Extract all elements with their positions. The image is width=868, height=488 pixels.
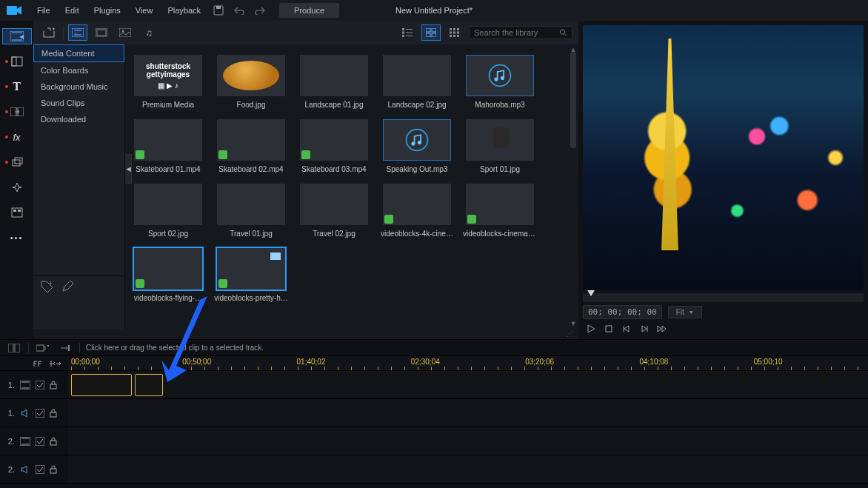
redo-icon[interactable]: [251, 1, 269, 19]
next-frame-button[interactable]: [636, 321, 652, 336]
pencil-icon[interactable]: [61, 281, 73, 293]
media-thumbnail: [300, 55, 368, 96]
audio-lane-2[interactable]: [68, 455, 868, 484]
view-grid-large-icon[interactable]: [421, 24, 441, 41]
track-headers: 1. 1. 2. 2.: [0, 356, 68, 488]
audio-lane-1[interactable]: [68, 399, 868, 427]
tool-more[interactable]: •••: [6, 230, 28, 246]
save-icon[interactable]: [210, 1, 227, 19]
sidebar-item-color-boards[interactable]: Color Boards: [33, 62, 124, 78]
track-enabled-checkbox[interactable]: [36, 381, 44, 390]
track-lock-icon[interactable]: [50, 465, 57, 474]
tool-transition[interactable]: [6, 104, 28, 120]
tag-icon[interactable]: +: [41, 281, 54, 293]
track-lock-icon[interactable]: [50, 381, 57, 390]
stop-button[interactable]: [601, 321, 617, 336]
media-item[interactable]: Travel 02.jpg: [296, 184, 373, 238]
zoom-fit-dropdown[interactable]: Fit▼: [668, 306, 702, 318]
menu-plugins[interactable]: Plugins: [87, 0, 128, 21]
media-label: videoblocks-4k-cine…: [381, 230, 453, 238]
collapse-sidebar-button[interactable]: ◀: [125, 154, 132, 184]
track-lock-icon[interactable]: [50, 409, 57, 418]
track-enabled-checkbox[interactable]: [36, 437, 44, 446]
media-item[interactable]: Sport 02.jpg: [130, 184, 207, 238]
timeline-tool1-icon[interactable]: [35, 341, 51, 355]
sidebar-item-background-music[interactable]: Background Music: [33, 78, 124, 95]
media-item[interactable]: Skateboard 03.mp4: [296, 119, 373, 173]
playhead-icon[interactable]: [587, 290, 595, 301]
scrollbar-thumb[interactable]: [570, 52, 576, 148]
track-header-2v[interactable]: 2.: [0, 427, 68, 455]
media-item[interactable]: Food.jpg: [213, 55, 290, 109]
tool-overlay[interactable]: [6, 154, 28, 170]
menu-view[interactable]: View: [128, 0, 161, 21]
library-scrollbar[interactable]: ▲ ▼: [568, 44, 578, 329]
produce-button[interactable]: Produce: [279, 3, 339, 18]
view-grid-small-icon[interactable]: [445, 24, 464, 41]
zoom-timeline-icon[interactable]: [49, 359, 62, 368]
library-search[interactable]: [469, 26, 572, 39]
ruler-tick: 02;30;04: [411, 358, 440, 366]
media-item[interactable]: Landscape 01.jpg: [296, 55, 373, 109]
tool-media[interactable]: ◀: [2, 28, 32, 44]
timeline-clip[interactable]: [135, 374, 163, 396]
video-lane-1[interactable]: [68, 371, 868, 399]
tool-text[interactable]: T: [6, 78, 28, 95]
tool-room[interactable]: [6, 53, 28, 70]
media-item[interactable]: Skateboard 02.mp4: [213, 119, 290, 173]
media-item[interactable]: Skateboard 01.mp4: [130, 119, 207, 173]
undo-icon[interactable]: [230, 1, 248, 19]
preview-scrubber[interactable]: [583, 293, 864, 302]
menu-playback[interactable]: Playback: [160, 0, 208, 21]
sidebar-item-sound-clips[interactable]: Sound Clips: [33, 95, 124, 111]
timeline-ruler[interactable]: 00;00;00 00;50;0001;40;0202;30;0403;20;0…: [68, 356, 868, 371]
timeline-tracks[interactable]: 00;00;00 00;50;0001;40;0202;30;0403;20;0…: [68, 356, 868, 488]
track-header-1v[interactable]: 1.: [0, 371, 68, 399]
media-item[interactable]: videoblocks-4k-cine…: [378, 184, 455, 238]
sidebar-item-downloaded[interactable]: Downloaded: [33, 111, 124, 127]
media-item[interactable]: videoblocks-pretty-h…: [213, 248, 290, 302]
media-item[interactable]: Landscape 02.jpg: [378, 55, 455, 109]
filter-audio-icon[interactable]: ♫: [139, 24, 158, 41]
media-item[interactable]: Travel 01.jpg: [213, 184, 290, 238]
media-item[interactable]: videoblocks-cinemat…: [461, 184, 538, 238]
tool-template[interactable]: [6, 204, 28, 221]
video-lane-2[interactable]: [68, 427, 868, 455]
sidebar-item-media-content[interactable]: Media Content: [33, 44, 124, 62]
preview-viewport[interactable]: [583, 25, 864, 290]
media-item[interactable]: shutterstockgettyimages▦ ▶ ♪Premium Medi…: [130, 55, 207, 109]
resize-grip-icon[interactable]: ⋰: [566, 330, 574, 339]
filter-photo-icon[interactable]: [116, 24, 135, 41]
view-list-icon[interactable]: [398, 24, 417, 41]
timeline-clip[interactable]: [71, 374, 132, 396]
track-header-1a[interactable]: 1.: [0, 399, 68, 427]
play-button[interactable]: [583, 321, 599, 336]
timeline-views-icon[interactable]: [6, 341, 22, 355]
track-enabled-checkbox[interactable]: [36, 465, 44, 474]
timeline-tool2-icon[interactable]: [57, 341, 73, 355]
filter-video-icon[interactable]: ♪: [68, 24, 87, 41]
snap-icon[interactable]: [33, 359, 44, 368]
media-item[interactable]: Mahoroba.mp3: [461, 55, 538, 109]
svg-rect-4: [12, 57, 22, 66]
search-input[interactable]: [474, 28, 559, 37]
menu-file[interactable]: File: [30, 0, 58, 21]
timeline-toolbar: Click here or drag the selected clip to …: [0, 340, 868, 356]
prev-frame-button[interactable]: [618, 321, 635, 336]
fast-forward-button[interactable]: [654, 321, 670, 336]
filter-image-icon[interactable]: [92, 24, 111, 41]
library-sidebar: Media Content Color Boards Background Mu…: [33, 44, 125, 329]
menu-edit[interactable]: Edit: [58, 0, 87, 21]
timecode-display[interactable]: 00; 00; 00; 00: [583, 305, 662, 319]
tool-fx[interactable]: fx: [6, 129, 28, 145]
import-media-icon[interactable]: [39, 24, 59, 41]
media-item[interactable]: Sport 01.jpg: [461, 119, 538, 173]
media-item[interactable]: Speaking Out.mp3: [378, 119, 455, 173]
media-item[interactable]: videoblocks-flying-…: [130, 248, 207, 302]
track-lock-icon[interactable]: [50, 437, 57, 446]
tool-particle[interactable]: [6, 179, 28, 195]
track-header-2a[interactable]: 2.: [0, 455, 68, 484]
svg-text:+: +: [49, 281, 53, 287]
track-enabled-checkbox[interactable]: [36, 409, 44, 418]
svg-rect-27: [426, 33, 430, 37]
